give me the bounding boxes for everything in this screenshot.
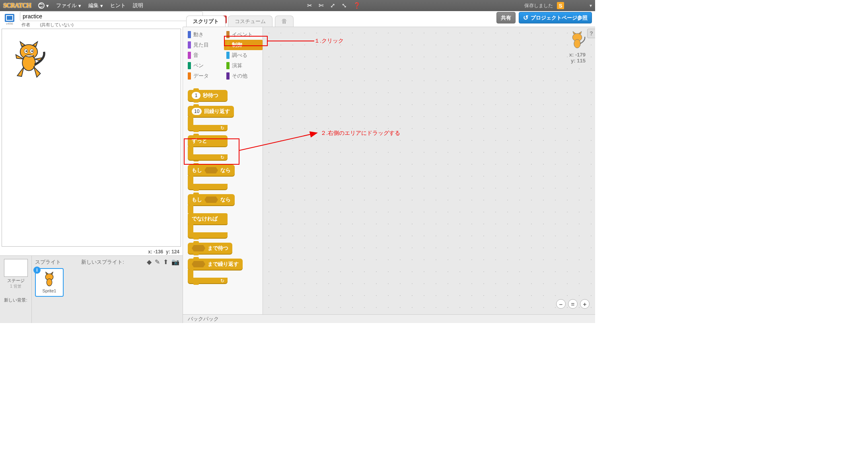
help-icon[interactable]: ❓: [353, 2, 361, 9]
language-menu[interactable]: ▾: [38, 2, 49, 9]
category-motion[interactable]: 動き: [185, 29, 224, 40]
cut-icon[interactable]: ✄: [319, 2, 324, 9]
category-data[interactable]: データ: [185, 71, 224, 81]
tab-costumes[interactable]: コスチューム: [228, 16, 272, 27]
condition-slot[interactable]: [192, 261, 205, 267]
stage[interactable]: [2, 29, 181, 247]
block-if-then[interactable]: もしなら: [188, 165, 267, 189]
condition-slot[interactable]: [204, 167, 218, 173]
user-avatar[interactable]: S: [557, 2, 564, 9]
zoom-controls: – = +: [556, 299, 590, 309]
loop-arrow-icon: ↻: [220, 278, 224, 284]
category-control[interactable]: 制御: [224, 40, 263, 50]
category-pen[interactable]: ペン: [185, 60, 224, 71]
zoom-reset-button[interactable]: =: [568, 299, 578, 309]
share-button[interactable]: 共有: [496, 12, 516, 23]
project-name-input[interactable]: [20, 12, 203, 21]
camera-sprite-icon[interactable]: 📷: [171, 258, 179, 266]
shrink-icon[interactable]: ⤡: [342, 2, 347, 9]
loop-arrow-icon: ↻: [220, 155, 224, 160]
edit-menu[interactable]: 編集 ▾: [88, 2, 103, 9]
block-if-then-else[interactable]: もしなら でなければ: [188, 194, 267, 238]
upload-sprite-icon[interactable]: ⬆: [163, 258, 168, 266]
backdrop-count: 1 背景: [2, 284, 29, 289]
fullscreen-toggle[interactable]: v456: [2, 13, 17, 26]
backpack-panel[interactable]: バックパック: [183, 314, 595, 323]
sprites-label: スプライト: [35, 259, 61, 266]
saved-label: 保存しました: [524, 2, 553, 9]
script-area[interactable]: ? x: -179 y: 115 – = +: [263, 27, 595, 314]
svg-point-7: [47, 279, 52, 286]
project-page-button[interactable]: ↺ プロジェクトページ参照: [519, 12, 592, 23]
stage-thumbnail[interactable]: [4, 259, 28, 277]
condition-slot[interactable]: [204, 197, 218, 203]
sprite-panel: ステージ 1 背景 新しい背景: スプライト 新しいスプライト: ◆ ✎ ⬆ 📷…: [0, 255, 183, 323]
category-events[interactable]: イベント: [224, 29, 263, 40]
block-repeat-n[interactable]: 10回繰り返す ↻: [188, 106, 267, 130]
condition-slot[interactable]: [192, 245, 205, 251]
reload-icon: ↺: [523, 14, 528, 21]
zoom-out-button[interactable]: –: [556, 299, 566, 309]
wait-value[interactable]: 1: [192, 92, 200, 99]
stage-sprite-cat[interactable]: [10, 41, 48, 81]
sprite-thumbnail-sprite1[interactable]: i Sprite1: [35, 268, 64, 297]
category-more[interactable]: その他: [224, 71, 263, 81]
file-menu[interactable]: ファイル ▾: [56, 2, 81, 9]
scratch-logo: SCRATCH: [3, 2, 31, 9]
right-column: 共有 ↺ プロジェクトページ参照 スクリプト コスチューム 音 動き イベント …: [183, 27, 595, 323]
svg-point-5: [31, 51, 33, 52]
paint-sprite-icon[interactable]: ✎: [155, 258, 160, 266]
grow-icon[interactable]: ⤢: [330, 2, 335, 9]
category-sensing[interactable]: 調べる: [224, 50, 263, 60]
about-menu[interactable]: 説明: [133, 2, 143, 9]
tab-sounds[interactable]: 音: [275, 16, 294, 27]
category-operators[interactable]: 演算: [224, 60, 263, 71]
sprite-library-icon[interactable]: ◆: [147, 258, 152, 266]
stage-label: ステージ: [2, 278, 29, 284]
block-forever[interactable]: ずっと ↻: [188, 135, 267, 160]
help-button[interactable]: ?: [587, 29, 595, 38]
block-wait-until[interactable]: まで待つ: [188, 243, 267, 254]
category-looks[interactable]: 見た目: [185, 40, 224, 50]
new-sprite-label: 新しいスプライト:: [81, 259, 124, 266]
main-area: x: -136 y: 124 ステージ 1 背景 新しい背景: スプライト 新し…: [0, 27, 595, 323]
left-column: x: -136 y: 124 ステージ 1 背景 新しい背景: スプライト 新し…: [0, 27, 183, 323]
category-sound[interactable]: 音: [185, 50, 224, 60]
sprite-thumbnail-icon: [567, 31, 587, 51]
top-menu-bar: SCRATCH ▾ ファイル ▾ 編集 ▾ ヒント 説明 ✂ ✄ ⤢ ⤡ ❓ 保…: [0, 0, 595, 11]
globe-icon: [38, 2, 45, 9]
sprite-info-icon[interactable]: i: [33, 267, 41, 274]
svg-point-3: [25, 51, 27, 52]
zoom-in-button[interactable]: +: [580, 299, 590, 309]
tab-scripts[interactable]: スクリプト: [186, 16, 226, 27]
stamp-icon[interactable]: ✂: [307, 2, 312, 9]
user-menu[interactable]: ▾: [568, 3, 592, 8]
project-author: 作者 (共有していない): [20, 21, 203, 28]
block-repeat-until[interactable]: まで繰り返す ↻: [188, 259, 267, 283]
block-categories: 動き イベント 見た目 制御 音 調べる ペン 演算 データ その他 1: [183, 27, 263, 314]
new-backdrop-label: 新しい背景:: [2, 296, 29, 304]
svg-point-9: [574, 39, 580, 48]
loop-arrow-icon: ↻: [220, 125, 224, 131]
repeat-value[interactable]: 10: [192, 108, 202, 115]
stage-mouse-coords: x: -136 y: 124: [0, 248, 183, 255]
hints-menu[interactable]: ヒント: [110, 2, 126, 9]
block-palette: 1秒待つ 10回繰り返す ↻ ずっと ↻: [185, 87, 269, 291]
block-wait-secs[interactable]: 1秒待つ: [188, 90, 267, 101]
sprite-coords: x: -179 y: 115: [569, 52, 586, 64]
